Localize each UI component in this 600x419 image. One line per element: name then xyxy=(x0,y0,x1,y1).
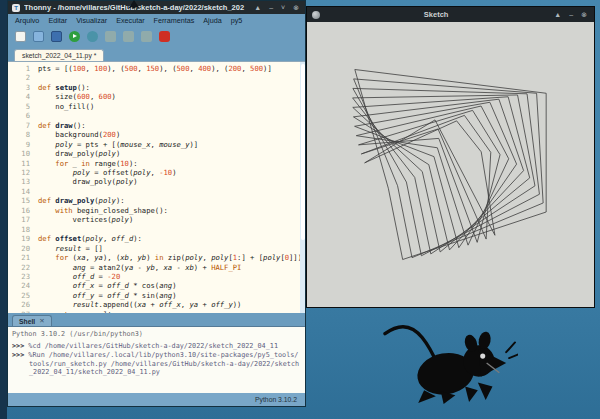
open-folder-button[interactable] xyxy=(33,31,44,42)
line-number: 1 xyxy=(8,64,30,73)
menu-item-py5[interactable]: py5 xyxy=(231,16,243,25)
mouse-silhouette-art xyxy=(381,318,518,404)
sketch-minimize-button[interactable]: ‒ xyxy=(567,8,575,21)
code-line: with begin_closed_shape(): xyxy=(38,206,305,215)
code-line: result.append((xa + off_x, ya + off_y)) xyxy=(38,300,305,309)
code-line: poly = pts + [(mouse_x, mouse_y)] xyxy=(38,140,305,149)
sketch-close-button[interactable]: ⊗ xyxy=(579,8,589,21)
step-into-button[interactable] xyxy=(123,31,134,42)
debug-button[interactable] xyxy=(87,31,98,42)
screen-edge-strip xyxy=(0,0,7,419)
line-number: 8 xyxy=(8,130,30,139)
code-line: draw_poly(poly) xyxy=(38,177,305,186)
menu-item-executar[interactable]: Executar xyxy=(116,16,144,25)
menu-item-editar[interactable]: Editar xyxy=(48,16,67,25)
code-line: size(600, 600) xyxy=(38,92,305,101)
line-number: 21 xyxy=(8,253,30,262)
interpreter-version: Python 3.10.2 xyxy=(255,396,297,403)
line-number: 13 xyxy=(8,177,30,186)
line-number: 2 xyxy=(8,73,30,82)
code-line xyxy=(38,225,305,234)
line-number: 14 xyxy=(8,187,30,196)
line-number: 3 xyxy=(8,83,30,92)
desktop: T Thonny - /home/villares/GitHub/sketch-… xyxy=(0,0,600,419)
shell-tab[interactable]: Shell ✕ xyxy=(12,315,52,326)
line-number: 10 xyxy=(8,149,30,158)
resume-button[interactable] xyxy=(141,31,152,42)
code-line: no_fill() xyxy=(38,102,305,111)
save-button[interactable] xyxy=(51,31,62,42)
thonny-titlebar[interactable]: T Thonny - /home/villares/GitHub/sketch-… xyxy=(8,1,305,14)
stop-button[interactable] xyxy=(159,31,170,42)
menu-item-ajuda[interactable]: Ajuda xyxy=(203,16,221,25)
line-number: 23 xyxy=(8,272,30,281)
shell-command: >>> %Run /home/villares/.local/lib/pytho… xyxy=(12,351,301,377)
shell-banner: Python 3.10.2 (/usr/bin/python3) xyxy=(12,330,301,339)
editor-tabstrip: sketch_2022_04_11.py * xyxy=(8,45,305,61)
shade-button[interactable]: ▲ xyxy=(252,1,263,14)
minimize-button[interactable]: – xyxy=(267,1,275,14)
code-line xyxy=(38,111,305,120)
close-icon[interactable]: ✕ xyxy=(39,317,44,325)
line-number: 15 xyxy=(8,196,30,205)
step-over-button[interactable] xyxy=(105,31,116,42)
offset-polygon xyxy=(355,102,517,247)
menu-bar: ArquivoEditarVisualizarExecutarFerrament… xyxy=(8,14,305,27)
offset-polygon xyxy=(355,70,546,260)
line-number: 12 xyxy=(8,168,30,177)
code-line: result = [] xyxy=(38,244,305,253)
menu-item-ferramentas[interactable]: Ferramentas xyxy=(154,16,195,25)
code-line: vertices(poly) xyxy=(38,215,305,224)
code-line: poly = offset(poly, -10) xyxy=(38,168,305,177)
toolbar xyxy=(8,27,305,45)
shell-output[interactable]: Python 3.10.2 (/usr/bin/python3)>>> %cd … xyxy=(8,326,305,393)
close-button[interactable]: ⊗ xyxy=(291,1,301,14)
status-bar: Python 3.10.2 xyxy=(8,393,305,406)
line-number: 26 xyxy=(8,300,30,309)
line-number: 22 xyxy=(8,263,30,272)
run-button[interactable] xyxy=(69,31,80,42)
code-line: background(200) xyxy=(38,130,305,139)
code-line: for _ in range(10): xyxy=(38,159,305,168)
line-number-gutter: 1234567891011121314151617181920212223242… xyxy=(8,62,34,313)
code-line: ang = atan2(ya - yb, xa - xb) + HALF_PI xyxy=(38,263,305,272)
code-line: off_y = off_d * sin(ang) xyxy=(38,291,305,300)
code-line: def draw(): xyxy=(38,121,305,130)
menu-item-arquivo[interactable]: Arquivo xyxy=(15,16,39,25)
thonny-app-icon: T xyxy=(12,4,20,12)
code-text[interactable]: pts = [(100, 100), (500, 150), (500, 400… xyxy=(34,62,305,313)
code-line: def offset(poly, off_d): xyxy=(38,234,305,243)
line-number: 27 xyxy=(8,310,30,313)
editor-scrollbar[interactable] xyxy=(300,62,305,313)
maximize-button[interactable]: ˅ xyxy=(279,1,287,14)
code-line xyxy=(38,73,305,82)
editor-tab[interactable]: sketch_2022_04_11.py * xyxy=(14,49,104,61)
code-line: for (xa, ya), (xb, yb) in zip(poly, poly… xyxy=(38,253,305,262)
sketch-canvas xyxy=(307,22,594,307)
sketch-titlebar[interactable]: Sketch ▲ ‒ ⊗ xyxy=(307,7,594,22)
thonny-window: T Thonny - /home/villares/GitHub/sketch-… xyxy=(7,0,306,407)
line-number: 20 xyxy=(8,244,30,253)
sketch-shade-button[interactable]: ▲ xyxy=(552,8,563,21)
menu-item-visualizar[interactable]: Visualizar xyxy=(76,16,107,25)
shell-tab-label: Shell xyxy=(19,318,35,325)
code-line: return result xyxy=(38,310,305,313)
code-line: off_d = -20 xyxy=(38,272,305,281)
line-number: 24 xyxy=(8,281,30,290)
shell-tabstrip: Shell ✕ xyxy=(8,313,305,326)
line-number: 16 xyxy=(8,206,30,215)
line-number: 9 xyxy=(8,140,30,149)
line-number: 4 xyxy=(8,92,30,101)
code-line: pts = [(100, 100), (500, 150), (500, 400… xyxy=(38,64,305,73)
code-line: off_x = off_d * cos(ang) xyxy=(38,281,305,290)
code-line: def draw_poly(poly): xyxy=(38,196,305,205)
mouse-pointer-icon xyxy=(127,0,141,9)
sketch-window-title: Sketch xyxy=(324,10,548,19)
new-file-button[interactable] xyxy=(15,31,26,42)
line-number: 17 xyxy=(8,215,30,224)
code-editor[interactable]: 1234567891011121314151617181920212223242… xyxy=(8,61,305,313)
scrollbar-thumb[interactable] xyxy=(301,64,305,240)
code-line: draw_poly(poly) xyxy=(38,149,305,158)
line-number: 19 xyxy=(8,234,30,243)
sketch-app-icon xyxy=(312,11,320,19)
